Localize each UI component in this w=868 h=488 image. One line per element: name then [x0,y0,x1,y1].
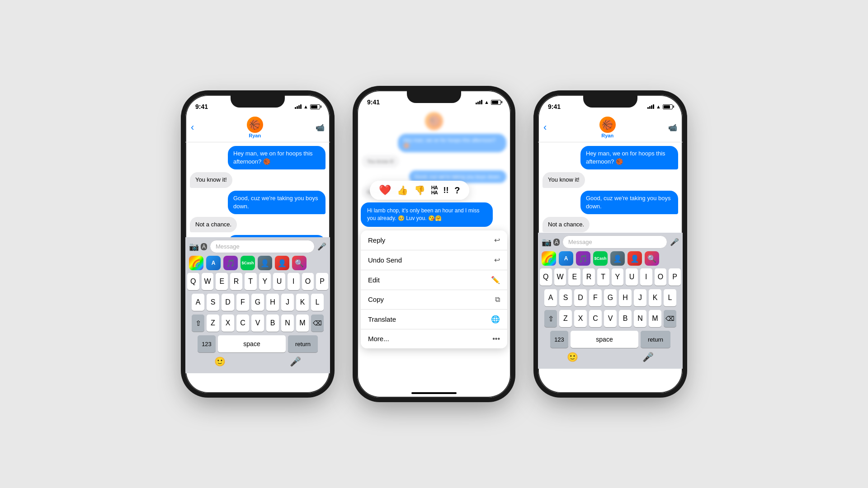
key-123-left[interactable]: 123 [198,335,216,352]
key-e[interactable]: E [216,273,228,290]
apps-icon-right[interactable]: A [553,239,560,246]
appstore-icon-left[interactable]: A [206,256,221,270]
emoji-icon-right[interactable]: 🙂 [567,352,578,362]
key-s-r[interactable]: S [559,289,572,306]
contact-icon-right[interactable]: 👤 [610,251,625,266]
photos-icon-left[interactable]: 🌈 [189,256,203,270]
key-z[interactable]: Z [207,314,219,332]
key-t-r[interactable]: T [597,268,609,286]
key-i[interactable]: I [288,273,300,290]
key-d-r[interactable]: D [574,289,587,306]
reaction-heart[interactable]: ❤️ [379,184,391,196]
key-a-r[interactable]: A [544,289,557,306]
reaction-question[interactable]: ? [454,185,460,196]
key-j-r[interactable]: J [634,289,646,306]
key-c-r[interactable]: C [589,310,602,327]
key-l-r[interactable]: L [664,289,676,306]
back-button-right[interactable]: ‹ [543,122,547,133]
key-g-r[interactable]: G [604,289,617,306]
key-w-r[interactable]: W [554,268,566,286]
video-button-right[interactable]: 📹 [668,123,677,132]
key-u-r[interactable]: U [626,268,638,286]
contact2-icon-right[interactable]: 👤 [627,251,642,266]
key-r-r[interactable]: R [583,268,595,286]
key-b[interactable]: B [266,314,279,332]
key-f-r[interactable]: F [589,289,602,306]
audio-icon-left[interactable]: 🎵 [223,256,238,270]
key-q-r[interactable]: Q [540,268,552,286]
cash-icon-left[interactable]: $Cash [241,256,255,270]
key-a[interactable]: A [192,294,204,311]
key-p[interactable]: P [316,273,328,290]
key-q[interactable]: Q [187,273,199,290]
key-h[interactable]: H [266,294,279,311]
key-b-r[interactable]: B [619,310,632,327]
key-return-left[interactable]: return [288,335,318,352]
camera-icon-left[interactable]: 📷 [189,242,199,252]
key-shift-left[interactable]: ⇧ [192,314,204,332]
key-f[interactable]: F [236,294,249,311]
key-i-r[interactable]: I [640,268,652,286]
key-shift-right[interactable]: ⇧ [544,310,557,327]
reaction-haha[interactable]: HAHA [431,185,438,195]
message-input-left[interactable]: Message [210,240,315,253]
key-k-r[interactable]: K [649,289,661,306]
key-m[interactable]: M [296,314,309,332]
key-s[interactable]: S [207,294,219,311]
menu-item-reply[interactable]: Reply ↩ [361,230,507,250]
menu-item-edit[interactable]: Edit ✏️ [361,270,507,290]
key-space-right[interactable]: space [571,331,638,348]
key-n[interactable]: N [281,314,294,332]
key-n-r[interactable]: N [634,310,646,327]
key-v[interactable]: V [251,314,264,332]
key-123-right[interactable]: 123 [550,331,568,348]
key-del-left[interactable]: ⌫ [311,314,324,332]
key-y[interactable]: Y [259,273,271,290]
appstore-icon-right[interactable]: A [559,251,573,266]
search-icon-left[interactable]: 🔍 [292,256,307,270]
key-k[interactable]: K [296,294,309,311]
key-o[interactable]: O [302,273,314,290]
key-e-r[interactable]: E [568,268,580,286]
mic-bottom-left[interactable]: 🎤 [290,356,301,367]
cash-icon-right[interactable]: $Cash [593,251,608,266]
menu-item-copy[interactable]: Copy ⧉ [361,290,507,310]
key-g[interactable]: G [251,294,264,311]
key-l[interactable]: L [311,294,324,311]
key-p-r[interactable]: P [669,268,681,286]
key-o-r[interactable]: O [655,268,667,286]
key-del-right[interactable]: ⌫ [664,310,676,327]
video-button-left[interactable]: 📹 [316,123,325,132]
apps-icon-left[interactable]: A [201,243,207,250]
key-z-r[interactable]: Z [559,310,572,327]
key-y-r[interactable]: Y [612,268,624,286]
photos-icon-right[interactable]: 🌈 [542,251,556,266]
key-space-left[interactable]: space [218,335,286,352]
key-c[interactable]: C [236,314,249,332]
key-x-r[interactable]: X [574,310,587,327]
key-t[interactable]: T [245,273,257,290]
key-v-r[interactable]: V [604,310,617,327]
mic-bottom-right[interactable]: 🎤 [642,352,654,362]
menu-item-more[interactable]: More... ••• [361,329,507,348]
reaction-thumbsdown[interactable]: 👎 [414,185,425,196]
key-d[interactable]: D [222,294,234,311]
key-j[interactable]: J [281,294,294,311]
menu-item-undo[interactable]: Undo Send ↩ [361,250,507,270]
contact2-icon-left[interactable]: 👤 [275,256,289,270]
key-m-r[interactable]: M [649,310,661,327]
mic-icon-left[interactable]: 🎤 [317,242,326,251]
search-icon-right[interactable]: 🔍 [645,251,659,266]
mic-icon-right[interactable]: 🎤 [670,238,679,246]
key-w[interactable]: W [202,273,214,290]
emoji-icon-left[interactable]: 🙂 [214,356,226,367]
key-u[interactable]: U [273,273,285,290]
camera-icon-right[interactable]: 📷 [542,237,552,247]
back-button-left[interactable]: ‹ [191,122,194,133]
contact-name-left[interactable]: Ryan [249,133,261,138]
audio-icon-right[interactable]: 🎵 [576,251,590,266]
message-input-right[interactable]: Message [562,235,667,249]
menu-item-translate[interactable]: Translate 🌐 [361,310,507,329]
contact-name-right[interactable]: Ryan [601,133,613,138]
contact-icon-left[interactable]: 👤 [258,256,272,270]
